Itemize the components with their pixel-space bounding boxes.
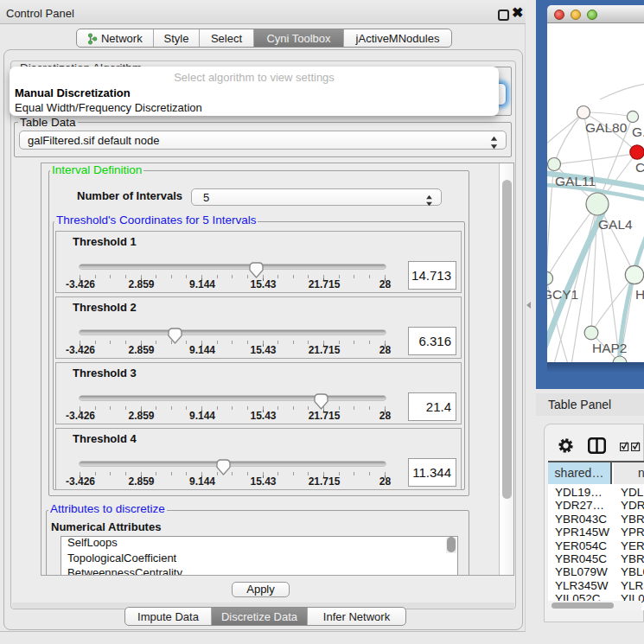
- svg-text:GAL4: GAL4: [598, 217, 633, 232]
- svg-text:H: H: [635, 287, 644, 302]
- svg-text:C: C: [635, 160, 644, 175]
- svg-text:HAP2: HAP2: [592, 341, 628, 355]
- svg-text:G.: G.: [632, 124, 644, 139]
- svg-text:GCY1: GCY1: [547, 287, 578, 302]
- svg-text:GAL80: GAL80: [585, 120, 628, 135]
- svg-text:GAL11: GAL11: [555, 174, 596, 188]
